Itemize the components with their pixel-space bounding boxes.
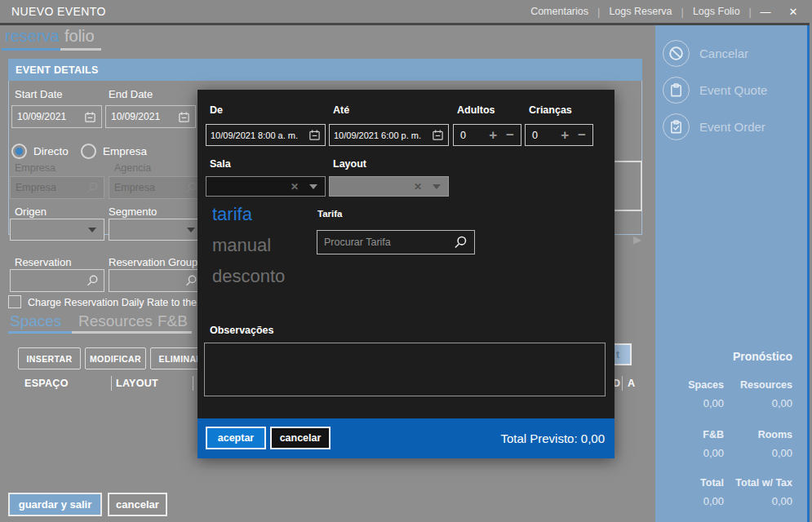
tab-folio[interactable]: folio — [64, 27, 95, 46]
tab-reserva-underline — [2, 48, 60, 51]
ate-label: Até — [333, 104, 349, 116]
forecast-resources-label: Resources — [724, 379, 792, 391]
minus-icon[interactable]: − — [506, 128, 514, 142]
tab-reserva[interactable]: reserva — [5, 27, 60, 46]
column-header-fragment-a[interactable]: A — [628, 378, 635, 389]
cancelar-main-button[interactable]: cancelar — [108, 493, 167, 516]
sidebar-event-quote-button[interactable]: Event Quote — [663, 72, 805, 108]
forecast-spaces-value: 0,00 — [655, 397, 724, 409]
cancelar-dialog-button[interactable]: cancelar — [270, 427, 331, 449]
event-details-header: EVENT DETAILS — [8, 59, 642, 81]
minus-icon[interactable]: − — [578, 128, 586, 142]
tab-fnb[interactable]: F&B — [158, 312, 188, 330]
adultos-label: Adultos — [457, 104, 495, 116]
radio-empresa[interactable] — [81, 144, 96, 159]
observacoes-label: Observações — [210, 325, 274, 336]
reservation-group-search-field[interactable] — [109, 269, 203, 292]
forecast-rooms-value: 0,00 — [724, 447, 792, 459]
chevron-down-icon[interactable] — [433, 184, 441, 189]
clear-icon[interactable]: ✕ — [414, 181, 422, 192]
column-divider — [193, 376, 193, 391]
column-divider — [622, 376, 623, 391]
forecast-resources-value: 0,00 — [724, 397, 792, 409]
tab-spaces[interactable]: Spaces — [10, 312, 61, 330]
calendar-icon[interactable] — [178, 111, 190, 123]
aceptar-button[interactable]: aceptar — [206, 427, 266, 449]
reservation-search-input[interactable] — [16, 275, 86, 286]
observacoes-textarea[interactable] — [204, 343, 606, 396]
plus-icon[interactable]: + — [489, 128, 497, 142]
calendar-icon[interactable] — [432, 129, 444, 141]
end-date-value: 10/09/2021 — [111, 111, 178, 122]
column-header-layout[interactable]: LAYOUT — [116, 378, 158, 389]
close-icon[interactable]: ✕ — [779, 6, 807, 18]
title-bar: NUEVO EVENTO Comentarios | Logs Reserva … — [0, 0, 812, 23]
expander-icon[interactable]: ▶ — [633, 233, 641, 246]
clear-icon[interactable]: ✕ — [291, 181, 299, 192]
forecast-title: Pronóstico — [655, 350, 792, 363]
sidebar-cancelar-button[interactable]: Cancelar — [663, 35, 805, 72]
ate-datetime-field[interactable]: 10/09/2021 6:00 p. m. — [329, 124, 449, 146]
forecast-total-tax-value: 0,00 — [724, 495, 792, 507]
dialog-menu-desconto[interactable]: desconto — [212, 266, 285, 287]
forecast-spaces-label: Spaces — [655, 379, 724, 391]
forecast-rooms-label: Rooms — [724, 429, 792, 440]
search-icon — [86, 274, 99, 287]
de-datetime-value: 10/09/2021 8:00 a. m. — [211, 130, 308, 140]
dialog-menu-tarifa[interactable]: tarifa — [212, 204, 252, 225]
reservation-label: Reservation — [15, 256, 71, 268]
empresa-search-field[interactable] — [10, 176, 104, 199]
criancas-label: Crianças — [529, 104, 572, 116]
end-date-field[interactable]: 10/09/2021 — [105, 105, 196, 128]
minimize-icon[interactable]: — — [752, 6, 779, 18]
clipboard-check-icon — [663, 113, 690, 140]
reservation-search-field[interactable] — [10, 269, 104, 292]
column-divider — [111, 376, 112, 391]
forecast-total-tax-label: Total w/ Tax — [724, 477, 792, 489]
menu-logs-folio[interactable]: Logs Folio — [684, 6, 749, 17]
segmento-dropdown[interactable] — [109, 219, 203, 241]
insertar-button[interactable]: INSERTAR — [18, 347, 81, 369]
modificar-button[interactable]: MODIFICAR — [85, 347, 146, 369]
origen-dropdown[interactable] — [10, 219, 104, 241]
guardar-y-salir-button[interactable]: guardar y salir — [8, 493, 102, 516]
criancas-stepper[interactable]: 0 + − — [525, 124, 593, 146]
empresa-search-input[interactable] — [16, 182, 86, 193]
layout-combobox[interactable]: ✕ — [329, 176, 449, 197]
tarifa-search-input[interactable] — [324, 237, 453, 248]
reservation-group-search-input[interactable] — [114, 275, 184, 286]
calendar-icon[interactable] — [308, 129, 321, 141]
chevron-down-icon[interactable] — [309, 184, 317, 189]
forecast-fnb-value: 0,00 — [655, 447, 724, 459]
start-date-field[interactable]: 10/09/2021 — [11, 105, 102, 128]
search-icon — [184, 274, 197, 287]
calendar-icon[interactable] — [84, 111, 96, 123]
tab-resources[interactable]: Resources — [78, 312, 153, 330]
de-datetime-field[interactable]: 10/09/2021 8:00 a. m. — [206, 124, 326, 146]
adultos-stepper[interactable]: 0 + − — [453, 124, 521, 146]
sidebar-event-order-button[interactable]: Event Order — [663, 108, 805, 145]
chevron-down-icon — [88, 228, 96, 232]
agencia-search-field[interactable] — [109, 176, 203, 199]
agencia-search-input[interactable] — [114, 182, 184, 193]
menu-logs-reserva[interactable]: Logs Reserva — [600, 6, 681, 17]
column-header-espaco[interactable]: ESPAÇO — [24, 378, 69, 389]
origen-label: Origen — [15, 206, 47, 218]
radio-directo[interactable] — [11, 144, 27, 159]
start-date-label: Start Date — [15, 88, 63, 100]
action-sidebar: Cancelar Event Quote Event Order Pronóst… — [655, 25, 810, 522]
start-date-value: 10/09/2021 — [17, 111, 84, 122]
sidebar-cancelar-label: Cancelar — [699, 46, 748, 60]
app-window: NUEVO EVENTO Comentarios | Logs Reserva … — [0, 0, 812, 522]
radio-directo-label: Directo — [33, 145, 69, 157]
dialog-footer: aceptar cancelar Total Previsto: 0,00 — [197, 418, 615, 458]
ate-datetime-value: 10/09/2021 6:00 p. m. — [334, 130, 432, 140]
sala-combobox[interactable]: ✕ — [206, 176, 326, 197]
menu-comentarios[interactable]: Comentarios — [521, 6, 597, 17]
plus-icon[interactable]: + — [561, 128, 569, 142]
tarifa-search-field[interactable] — [317, 230, 475, 254]
reservation-group-label: Reservation Group — [109, 256, 197, 268]
dialog-menu-manual[interactable]: manual — [212, 235, 271, 256]
search-icon — [184, 181, 197, 194]
charge-daily-rate-checkbox[interactable] — [8, 295, 21, 308]
